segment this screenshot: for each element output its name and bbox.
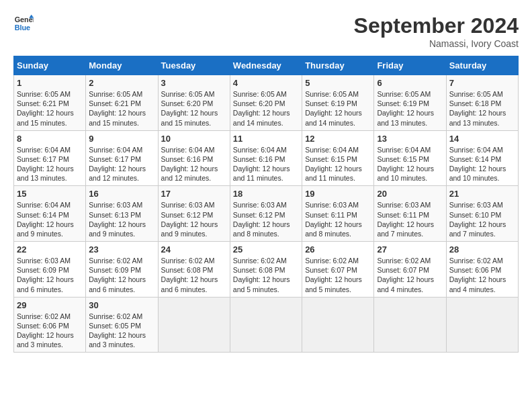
calendar-cell: 5Sunrise: 6:05 AMSunset: 6:19 PMDaylight… — [302, 75, 374, 131]
header-sunday: Sunday — [14, 56, 86, 75]
calendar-cell: 10Sunrise: 6:04 AMSunset: 6:16 PMDayligh… — [158, 130, 230, 186]
calendar-cell: 16Sunrise: 6:03 AMSunset: 6:13 PMDayligh… — [86, 186, 158, 242]
day-info: Sunrise: 6:02 AMSunset: 6:06 PMDaylight:… — [17, 312, 83, 350]
svg-text:Blue: Blue — [15, 24, 30, 32]
calendar-row-4: 29Sunrise: 6:02 AMSunset: 6:06 PMDayligh… — [14, 297, 519, 353]
calendar-cell: 14Sunrise: 6:04 AMSunset: 6:14 PMDayligh… — [446, 130, 518, 186]
day-number: 30 — [89, 300, 154, 310]
calendar-cell: 24Sunrise: 6:02 AMSunset: 6:08 PMDayligh… — [158, 242, 230, 298]
day-number: 6 — [377, 78, 443, 88]
month-title: September 2024 — [354, 13, 519, 38]
day-number: 3 — [161, 78, 227, 88]
day-info: Sunrise: 6:03 AMSunset: 6:09 PMDaylight:… — [17, 256, 83, 294]
calendar-cell: 15Sunrise: 6:04 AMSunset: 6:14 PMDayligh… — [14, 186, 86, 242]
day-info: Sunrise: 6:05 AMSunset: 6:21 PMDaylight:… — [17, 89, 83, 128]
day-info: Sunrise: 6:05 AMSunset: 6:20 PMDaylight:… — [161, 89, 227, 128]
calendar-row-1: 8Sunrise: 6:04 AMSunset: 6:17 PMDaylight… — [14, 130, 519, 186]
calendar-cell: 1Sunrise: 6:05 AMSunset: 6:21 PMDaylight… — [14, 75, 86, 131]
calendar-cell: 3Sunrise: 6:05 AMSunset: 6:20 PMDaylight… — [158, 75, 230, 131]
calendar-cell — [302, 297, 374, 353]
day-number: 23 — [89, 244, 154, 255]
calendar-cell: 27Sunrise: 6:02 AMSunset: 6:07 PMDayligh… — [374, 242, 446, 298]
weekday-header-row: Sunday Monday Tuesday Wednesday Thursday… — [14, 56, 519, 75]
day-number: 16 — [89, 189, 154, 199]
header-friday: Friday — [374, 56, 446, 75]
calendar-cell: 18Sunrise: 6:03 AMSunset: 6:12 PMDayligh… — [230, 186, 302, 242]
day-number: 22 — [17, 244, 83, 255]
calendar-cell: 4Sunrise: 6:05 AMSunset: 6:20 PMDaylight… — [230, 75, 302, 131]
day-number: 19 — [305, 189, 371, 199]
day-number: 29 — [17, 300, 83, 310]
day-info: Sunrise: 6:04 AMSunset: 6:17 PMDaylight:… — [17, 145, 83, 183]
day-info: Sunrise: 6:04 AMSunset: 6:16 PMDaylight:… — [233, 145, 299, 183]
location: Namassi, Ivory Coast — [354, 38, 519, 49]
day-number: 1 — [17, 78, 83, 88]
day-number: 7 — [449, 78, 515, 88]
day-number: 8 — [17, 134, 83, 144]
day-number: 13 — [377, 134, 443, 144]
calendar-row-0: 1Sunrise: 6:05 AMSunset: 6:21 PMDaylight… — [14, 75, 519, 131]
day-info: Sunrise: 6:04 AMSunset: 6:17 PMDaylight:… — [89, 145, 154, 183]
header-monday: Monday — [86, 56, 158, 75]
calendar-cell: 7Sunrise: 6:05 AMSunset: 6:18 PMDaylight… — [446, 75, 518, 131]
day-info: Sunrise: 6:04 AMSunset: 6:14 PMDaylight:… — [17, 200, 83, 238]
day-number: 27 — [377, 244, 443, 255]
calendar-cell: 23Sunrise: 6:02 AMSunset: 6:09 PMDayligh… — [86, 242, 158, 298]
header-thursday: Thursday — [302, 56, 374, 75]
day-info: Sunrise: 6:04 AMSunset: 6:14 PMDaylight:… — [449, 145, 515, 183]
calendar-row-3: 22Sunrise: 6:03 AMSunset: 6:09 PMDayligh… — [14, 242, 519, 298]
day-number: 5 — [305, 78, 371, 88]
day-info: Sunrise: 6:02 AMSunset: 6:09 PMDaylight:… — [89, 256, 154, 294]
day-info: Sunrise: 6:03 AMSunset: 6:11 PMDaylight:… — [377, 200, 443, 238]
day-number: 12 — [305, 134, 371, 144]
calendar-cell: 28Sunrise: 6:02 AMSunset: 6:06 PMDayligh… — [446, 242, 518, 298]
header-wednesday: Wednesday — [230, 56, 302, 75]
day-info: Sunrise: 6:02 AMSunset: 6:06 PMDaylight:… — [449, 256, 515, 294]
day-number: 18 — [233, 189, 299, 199]
day-number: 24 — [161, 244, 227, 255]
calendar-cell: 8Sunrise: 6:04 AMSunset: 6:17 PMDaylight… — [14, 130, 86, 186]
calendar-cell: 13Sunrise: 6:04 AMSunset: 6:15 PMDayligh… — [374, 130, 446, 186]
day-info: Sunrise: 6:03 AMSunset: 6:13 PMDaylight:… — [89, 200, 154, 238]
day-info: Sunrise: 6:03 AMSunset: 6:12 PMDaylight:… — [233, 200, 299, 238]
calendar-cell — [446, 297, 518, 353]
calendar-body: 1Sunrise: 6:05 AMSunset: 6:21 PMDaylight… — [14, 75, 519, 353]
header-saturday: Saturday — [446, 56, 518, 75]
calendar-table: Sunday Monday Tuesday Wednesday Thursday… — [13, 56, 519, 353]
calendar-cell: 9Sunrise: 6:04 AMSunset: 6:17 PMDaylight… — [86, 130, 158, 186]
calendar-cell: 30Sunrise: 6:02 AMSunset: 6:05 PMDayligh… — [86, 297, 158, 353]
day-number: 28 — [449, 244, 515, 255]
calendar-cell — [230, 297, 302, 353]
day-info: Sunrise: 6:04 AMSunset: 6:15 PMDaylight:… — [305, 145, 371, 183]
day-info: Sunrise: 6:03 AMSunset: 6:12 PMDaylight:… — [161, 200, 227, 238]
day-number: 14 — [449, 134, 515, 144]
day-info: Sunrise: 6:05 AMSunset: 6:19 PMDaylight:… — [305, 89, 371, 128]
title-block: September 2024 Namassi, Ivory Coast — [354, 13, 519, 49]
calendar-cell: 22Sunrise: 6:03 AMSunset: 6:09 PMDayligh… — [14, 242, 86, 298]
calendar-cell: 20Sunrise: 6:03 AMSunset: 6:11 PMDayligh… — [374, 186, 446, 242]
calendar-cell: 11Sunrise: 6:04 AMSunset: 6:16 PMDayligh… — [230, 130, 302, 186]
calendar-cell: 25Sunrise: 6:02 AMSunset: 6:08 PMDayligh… — [230, 242, 302, 298]
day-number: 10 — [161, 134, 227, 144]
day-info: Sunrise: 6:04 AMSunset: 6:15 PMDaylight:… — [377, 145, 443, 183]
calendar-cell: 26Sunrise: 6:02 AMSunset: 6:07 PMDayligh… — [302, 242, 374, 298]
day-info: Sunrise: 6:05 AMSunset: 6:19 PMDaylight:… — [377, 89, 443, 128]
day-info: Sunrise: 6:02 AMSunset: 6:05 PMDaylight:… — [89, 312, 154, 350]
day-number: 21 — [449, 189, 515, 199]
day-number: 11 — [233, 134, 299, 144]
page-header: General Blue September 2024 Namassi, Ivo… — [13, 13, 519, 49]
calendar-cell: 17Sunrise: 6:03 AMSunset: 6:12 PMDayligh… — [158, 186, 230, 242]
day-number: 15 — [17, 189, 83, 199]
day-number: 9 — [89, 134, 154, 144]
day-info: Sunrise: 6:03 AMSunset: 6:10 PMDaylight:… — [449, 200, 515, 238]
day-number: 17 — [161, 189, 227, 199]
calendar-cell: 2Sunrise: 6:05 AMSunset: 6:21 PMDaylight… — [86, 75, 158, 131]
logo-icon: General Blue — [13, 13, 34, 34]
day-info: Sunrise: 6:02 AMSunset: 6:07 PMDaylight:… — [377, 256, 443, 294]
day-number: 4 — [233, 78, 299, 88]
day-number: 26 — [305, 244, 371, 255]
day-number: 20 — [377, 189, 443, 199]
calendar-cell — [158, 297, 230, 353]
calendar-cell: 19Sunrise: 6:03 AMSunset: 6:11 PMDayligh… — [302, 186, 374, 242]
day-info: Sunrise: 6:02 AMSunset: 6:07 PMDaylight:… — [305, 256, 371, 294]
